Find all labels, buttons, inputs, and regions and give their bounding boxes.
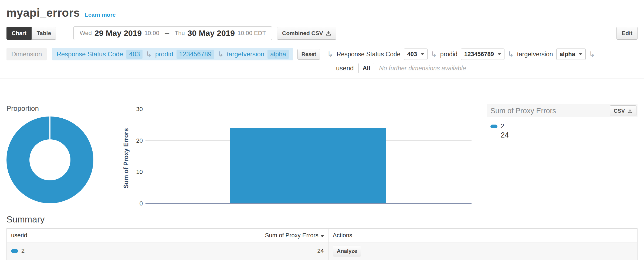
page-header: myapi_errors Learn more bbox=[6, 6, 638, 19]
drill-arrow-icon: ↳ bbox=[431, 51, 437, 58]
status-code-value: 403 bbox=[407, 51, 417, 58]
breadcrumb-value[interactable]: alpha bbox=[267, 50, 289, 59]
legend-item-label: 2 bbox=[501, 123, 504, 130]
bar-plot-area bbox=[145, 109, 472, 204]
download-icon bbox=[326, 30, 331, 36]
proportion-title: Proportion bbox=[6, 104, 121, 113]
legend-panel: Sum of Proxy Errors CSV 2 24 bbox=[487, 104, 638, 139]
series-swatch bbox=[11, 249, 18, 253]
analyze-label: Analyze bbox=[337, 248, 357, 254]
legend-header: Sum of Proxy Errors CSV bbox=[487, 104, 638, 117]
targetversion-value: alpha bbox=[560, 51, 575, 58]
userid-value: 2 bbox=[21, 248, 25, 255]
prodid-value: 123456789 bbox=[464, 51, 494, 58]
userid-cell: 2 bbox=[7, 242, 196, 260]
chevron-down-icon bbox=[579, 53, 582, 55]
csv-button[interactable]: CSV bbox=[610, 105, 636, 116]
drill-arrow-icon: ↳ bbox=[589, 51, 595, 58]
analyze-button[interactable]: Analyze bbox=[333, 246, 361, 256]
charts-section: Proportion Sum of Proxy Errors 0102030 S… bbox=[6, 104, 638, 210]
y-tick-label: 20 bbox=[136, 137, 143, 144]
drill-arrow-icon: ↳ bbox=[218, 51, 224, 58]
table-view-label: Table bbox=[37, 30, 51, 36]
dimension-label: Dimension bbox=[6, 48, 47, 60]
sort-desc-icon bbox=[321, 235, 324, 237]
breadcrumb-value[interactable]: 123456789 bbox=[177, 50, 214, 59]
gridline bbox=[145, 109, 472, 109]
dimension-row: Dimension Response Status Code 403 ↳ pro… bbox=[6, 48, 638, 60]
section-divider bbox=[0, 78, 644, 78]
proportion-panel: Proportion bbox=[6, 104, 121, 203]
actions-cell: Analyze bbox=[328, 242, 637, 260]
breadcrumb-value[interactable]: 403 bbox=[126, 50, 143, 59]
drill-arrow-icon: ↳ bbox=[327, 51, 333, 58]
gridline bbox=[145, 203, 472, 204]
view-toggle: Chart Table bbox=[6, 27, 56, 40]
end-day: Thu bbox=[175, 30, 185, 37]
column-header-actions: Actions bbox=[328, 229, 637, 242]
table-view-button[interactable]: Table bbox=[32, 27, 56, 40]
breadcrumb-name: Response Status Code bbox=[56, 50, 123, 58]
legend-item-value: 24 bbox=[501, 131, 638, 139]
y-axis-label: Sum of Proxy Errors bbox=[121, 107, 131, 210]
y-tick-label: 0 bbox=[140, 200, 143, 207]
dimension-selectors: ↳ Response Status Code 403 ↳ prodid 1234… bbox=[327, 49, 595, 60]
series-swatch bbox=[490, 125, 497, 128]
donut-slice bbox=[6, 116, 93, 203]
column-header-sum-proxy-errors[interactable]: Sum of Proxy Errors bbox=[196, 229, 328, 242]
donut-slice-gap bbox=[49, 116, 50, 139]
chart-view-label: Chart bbox=[12, 30, 26, 36]
edit-label: Edit bbox=[622, 30, 632, 36]
end-date: 30 May 2019 bbox=[188, 29, 235, 38]
y-tick-label: 30 bbox=[136, 106, 143, 113]
legend-title: Sum of Proxy Errors bbox=[490, 107, 556, 115]
toolbar: Chart Table Wed 29 May 2019 10:00 – Thu … bbox=[6, 26, 638, 40]
y-tick-label: 10 bbox=[136, 169, 143, 176]
page-title: myapi_errors bbox=[6, 6, 80, 19]
reset-label: Reset bbox=[301, 51, 316, 57]
learn-more-link[interactable]: Learn more bbox=[85, 12, 116, 18]
proportion-donut-chart[interactable] bbox=[6, 116, 93, 203]
start-time: 10:00 bbox=[144, 30, 159, 37]
no-more-dimensions-text: No further dimensions available bbox=[379, 65, 466, 72]
summary-table: userid Sum of Proxy Errors Actions 2 24 … bbox=[6, 228, 638, 260]
chevron-down-icon bbox=[421, 53, 424, 55]
date-separator: – bbox=[165, 29, 169, 38]
combined-csv-label: Combined CSV bbox=[282, 30, 323, 36]
targetversion-select[interactable]: alpha bbox=[556, 49, 586, 60]
download-icon bbox=[628, 108, 632, 113]
chart-view-button[interactable]: Chart bbox=[6, 27, 32, 40]
csv-label: CSV bbox=[614, 108, 625, 114]
dimension-breadcrumb: Response Status Code 403 ↳ prodid 123456… bbox=[52, 48, 293, 60]
y-axis: 0102030 bbox=[131, 109, 145, 204]
start-day: Wed bbox=[80, 30, 92, 37]
date-range-picker[interactable]: Wed 29 May 2019 10:00 – Thu 30 May 2019 … bbox=[73, 26, 272, 40]
selector-name: targetversion bbox=[517, 51, 553, 58]
end-time: 10:00 EDT bbox=[238, 30, 266, 37]
breadcrumb-name: targetversion bbox=[227, 50, 264, 58]
combined-csv-button[interactable]: Combined CSV bbox=[277, 27, 336, 40]
summary-title: Summary bbox=[6, 214, 644, 225]
userid-label: userid bbox=[336, 64, 354, 72]
userid-all-button[interactable]: All bbox=[358, 63, 374, 73]
dimension-row-2: userid All No further dimensions availab… bbox=[336, 63, 638, 73]
bar-series[interactable] bbox=[230, 128, 386, 204]
table-row: 2 24 Analyze bbox=[7, 242, 638, 260]
status-code-select[interactable]: 403 bbox=[404, 49, 428, 60]
selector-name: Response Status Code bbox=[337, 51, 401, 58]
prodid-select[interactable]: 123456789 bbox=[461, 49, 504, 60]
selector-name: prodid bbox=[440, 51, 457, 58]
edit-button[interactable]: Edit bbox=[616, 27, 638, 40]
donut-hole bbox=[29, 139, 70, 180]
start-date: 29 May 2019 bbox=[94, 29, 142, 38]
chevron-down-icon bbox=[498, 53, 501, 55]
drill-arrow-icon: ↳ bbox=[508, 51, 514, 58]
drill-arrow-icon: ↳ bbox=[146, 51, 152, 58]
summary-header-row: userid Sum of Proxy Errors Actions bbox=[7, 229, 638, 242]
breadcrumb-name: prodid bbox=[155, 50, 173, 58]
reset-button[interactable]: Reset bbox=[297, 49, 320, 60]
legend-item: 2 bbox=[490, 123, 638, 130]
column-header-userid[interactable]: userid bbox=[7, 229, 196, 242]
sum-cell: 24 bbox=[196, 242, 328, 260]
